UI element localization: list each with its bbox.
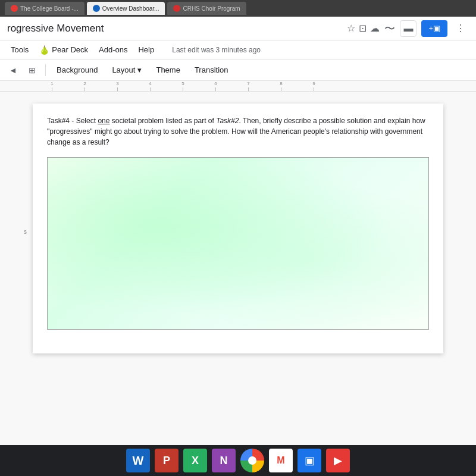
taskbar-gdocs[interactable]: ▣ bbox=[298, 449, 321, 472]
taskbar-word[interactable]: W bbox=[126, 449, 150, 472]
toolbar-separator-1 bbox=[45, 64, 46, 76]
ruler-mark-7: 7 bbox=[232, 82, 265, 91]
task-text-middle: societal problem listed as part of bbox=[109, 117, 216, 125]
taskbar-chrome[interactable] bbox=[240, 449, 264, 472]
tab-choir[interactable]: CRHS Choir Program bbox=[167, 2, 246, 15]
slide-panel: s Task#4 - Select one societal problem l… bbox=[0, 92, 476, 476]
ruler-tick-5 bbox=[183, 87, 183, 91]
browser-tabs: The College Board -... Overview Dashboar… bbox=[0, 0, 476, 17]
present-icon[interactable]: ▬ bbox=[400, 20, 416, 37]
taskbar-powerpoint[interactable]: P bbox=[155, 449, 178, 472]
doc-title: rogressive Movement bbox=[7, 23, 342, 35]
ruler-tick-9 bbox=[314, 87, 314, 91]
taskbar-gmail[interactable]: M bbox=[269, 449, 293, 472]
ruler-mark-4: 4 bbox=[134, 82, 167, 91]
ruler-tick-1 bbox=[52, 87, 52, 91]
ruler-mark-1: 1 bbox=[36, 82, 68, 91]
title-icons: ☆ ⊡ ☁ bbox=[347, 23, 380, 34]
title-bar: rogressive Movement ☆ ⊡ ☁ 〜 ▬ +▣ ⋮ bbox=[0, 17, 476, 40]
transition-label: Transition bbox=[195, 65, 228, 74]
menu-addons-label: Add-ons bbox=[99, 45, 127, 54]
answer-box[interactable] bbox=[47, 157, 429, 330]
tab-icon-college-board bbox=[11, 5, 18, 12]
task-label-prefix: Task#4 - Select bbox=[47, 117, 98, 125]
share-button[interactable]: +▣ bbox=[421, 20, 447, 37]
menu-tools[interactable]: Tools bbox=[6, 43, 33, 57]
menu-addons[interactable]: Add-ons bbox=[94, 43, 132, 57]
menu-help-label: Help bbox=[138, 45, 154, 54]
slide-left-indicator: s bbox=[24, 228, 27, 235]
star-icon[interactable]: ☆ bbox=[347, 23, 355, 34]
last-edit: Last edit was 3 minutes ago bbox=[172, 46, 261, 54]
add-slide-btn[interactable]: ⊞ bbox=[24, 62, 40, 79]
copy-icon[interactable]: ⊡ bbox=[359, 23, 367, 34]
main-content: s Task#4 - Select one societal problem l… bbox=[0, 92, 476, 476]
ruler-mark-8: 8 bbox=[265, 82, 298, 91]
ruler-tick-8 bbox=[281, 87, 281, 91]
taskbar-onenote[interactable]: N bbox=[212, 449, 236, 472]
ruler-markings: 1 2 3 4 5 6 7 bbox=[0, 81, 330, 91]
ruler-mark-6: 6 bbox=[199, 82, 232, 91]
transition-button[interactable]: Transition bbox=[189, 63, 234, 77]
ruler-mark-3: 3 bbox=[101, 82, 134, 91]
menu-help[interactable]: Help bbox=[133, 43, 159, 57]
toolbar: ◄ ⊞ Background Layout ▾ Theme Transition bbox=[0, 60, 476, 81]
tab-label-overview: Overview Dashboar... bbox=[102, 5, 159, 12]
slide-question-text: Task#4 - Select one societal problem lis… bbox=[47, 115, 429, 148]
theme-label: Theme bbox=[156, 65, 180, 74]
task-underline-word: one bbox=[98, 117, 109, 125]
ruler-tick-7 bbox=[248, 87, 249, 91]
taskbar-play[interactable]: ▶ bbox=[326, 449, 350, 472]
share-icons: 〜 ▬ +▣ ⋮ bbox=[384, 20, 469, 37]
ruler-tick-4 bbox=[150, 87, 151, 91]
menu-peardeck[interactable]: 🍐 Pear Deck bbox=[35, 43, 93, 57]
ruler-mark-5: 5 bbox=[167, 82, 199, 91]
ruler: 1 2 3 4 5 6 7 bbox=[0, 81, 476, 92]
ruler-tick-3 bbox=[117, 87, 118, 91]
background-button[interactable]: Background bbox=[51, 63, 104, 77]
slides-app: rogressive Movement ☆ ⊡ ☁ 〜 ▬ +▣ ⋮ Tools… bbox=[0, 17, 476, 476]
tab-label-college-board: The College Board -... bbox=[20, 5, 79, 12]
tab-label-choir: CRHS Choir Program bbox=[183, 5, 240, 12]
ruler-tick-6 bbox=[215, 87, 216, 91]
layout-label: Layout bbox=[112, 65, 135, 74]
menu-bar: Tools 🍐 Pear Deck Add-ons Help Last edit… bbox=[0, 40, 476, 60]
analytics-icon[interactable]: 〜 bbox=[384, 21, 395, 36]
menu-tools-label: Tools bbox=[11, 45, 29, 54]
tab-college-board[interactable]: The College Board -... bbox=[5, 2, 84, 15]
back-arrow[interactable]: ◄ bbox=[5, 62, 21, 79]
layout-dropdown-arrow: ▾ bbox=[137, 65, 142, 74]
pear-icon: 🍐 bbox=[39, 45, 49, 55]
more-icon[interactable]: ⋮ bbox=[452, 20, 469, 37]
theme-button[interactable]: Theme bbox=[150, 63, 186, 77]
ruler-tick-2 bbox=[84, 87, 85, 91]
tab-overview[interactable]: Overview Dashboar... bbox=[87, 2, 165, 15]
taskbar-excel[interactable]: X bbox=[183, 449, 207, 472]
tab-icon-choir bbox=[173, 5, 180, 12]
ruler-mark-9: 9 bbox=[298, 82, 330, 91]
tab-icon-overview bbox=[93, 5, 100, 12]
slide[interactable]: s Task#4 - Select one societal problem l… bbox=[33, 104, 443, 353]
layout-button[interactable]: Layout ▾ bbox=[106, 63, 148, 77]
taskbar: W P X N M ▣ ▶ bbox=[0, 445, 476, 476]
cloud-icon[interactable]: ☁ bbox=[370, 23, 380, 34]
background-label: Background bbox=[57, 65, 98, 74]
menu-peardeck-label: Pear Deck bbox=[52, 45, 88, 54]
task-italic-ref: Task#2 bbox=[216, 117, 239, 125]
ruler-mark-2: 2 bbox=[68, 82, 101, 91]
